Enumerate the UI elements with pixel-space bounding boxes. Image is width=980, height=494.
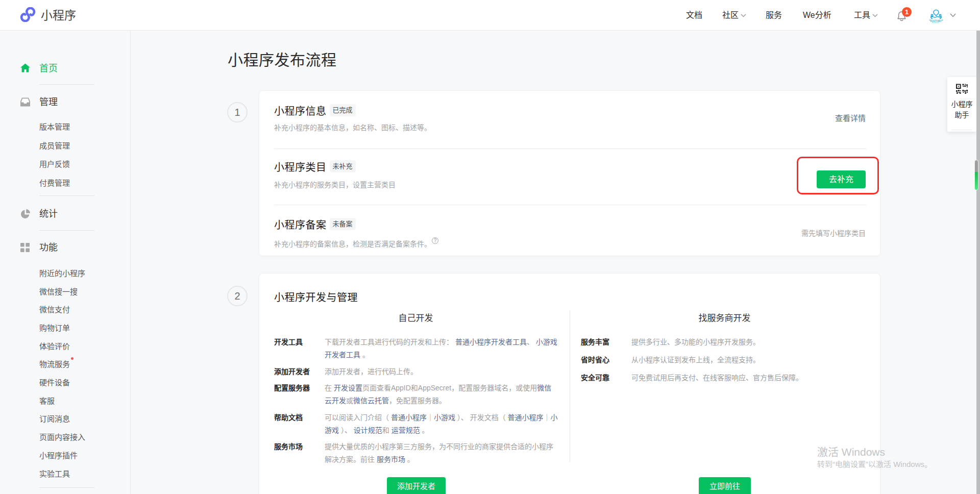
svg-text:********: ******** xyxy=(934,22,940,24)
